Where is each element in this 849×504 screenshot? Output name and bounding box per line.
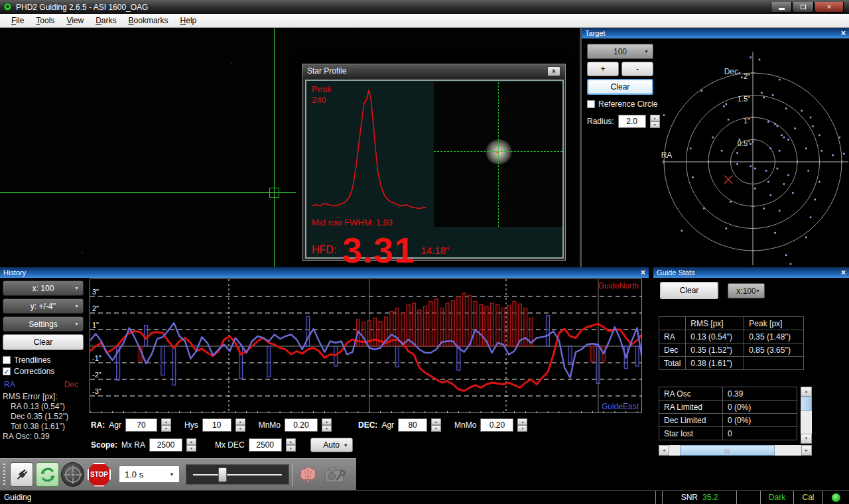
history-settings-dropdown[interactable]: Settings ▼ xyxy=(3,316,84,332)
ra-minmove-spinner[interactable]: ▲▼ xyxy=(322,418,332,432)
window-controls: × xyxy=(770,2,844,13)
star-profile-titlebar[interactable]: Star Profile × xyxy=(302,64,565,78)
target-zoom-value: 100 xyxy=(614,47,627,56)
ra-hysteresis-input[interactable] xyxy=(202,418,231,432)
guide-history-graph: 3"2"1"-1"-2"-3"GuideNorthGuideEast xyxy=(90,279,642,413)
radius-spinner[interactable]: ▲▼ xyxy=(650,115,660,128)
ra-section-label: RA: xyxy=(91,420,105,430)
radius-input[interactable] xyxy=(618,115,646,128)
svg-text:-1": -1" xyxy=(92,354,101,362)
corrections-label: Corrections xyxy=(14,367,54,376)
ra-aggression-spinner[interactable]: ▲▼ xyxy=(161,418,171,432)
chevron-down-icon: ▼ xyxy=(344,443,348,448)
max-dec-spinner[interactable]: ▲▼ xyxy=(286,438,296,452)
history-clear-button[interactable]: Clear xyxy=(3,334,84,350)
dec-minmove-input[interactable] xyxy=(480,418,513,432)
menu-view[interactable]: View xyxy=(60,15,90,27)
loop-exposures-button[interactable] xyxy=(36,462,59,487)
exposure-duration-dropdown[interactable]: 1.0 s ▼ xyxy=(119,466,180,483)
stats-scale-dropdown[interactable]: x:100 ▼ xyxy=(728,283,765,298)
minimize-button[interactable] xyxy=(771,2,792,13)
ra-hysteresis-spinner[interactable]: ▲▼ xyxy=(235,418,245,432)
star-profile-close-button[interactable]: × xyxy=(547,66,560,76)
scrollbar-thumb[interactable]: ||| xyxy=(680,445,775,456)
stop-button[interactable]: STOP xyxy=(88,462,111,487)
target-zoom-out-button[interactable]: - xyxy=(621,62,653,76)
brain-icon xyxy=(298,465,318,485)
stats-clear-button[interactable]: Clear xyxy=(660,282,718,299)
toolbar-grip-handle[interactable] xyxy=(3,464,5,486)
stats-vertical-scrollbar[interactable]: ▲ ▼ xyxy=(801,387,812,444)
dec-legend-label[interactable]: Dec xyxy=(64,380,78,389)
dec-minmove-spinner[interactable]: ▲▼ xyxy=(517,418,527,432)
close-icon: × xyxy=(827,3,831,11)
svg-text:1.5": 1.5" xyxy=(738,95,750,103)
reference-circle-row: Reference Circle xyxy=(587,99,657,109)
max-dec-input[interactable] xyxy=(249,438,282,452)
corrections-checkbox[interactable]: ✓ xyxy=(3,367,11,375)
rms-total-value: Tot 0.38 (1.61'') xyxy=(3,422,86,432)
faint-star xyxy=(82,252,83,253)
rms-peak-table: RMS [px] Peak [px] RA 0.13 (0.54'') 0.35… xyxy=(659,316,804,370)
toolbar-inner: STOP 1.0 s ▼ xyxy=(0,458,356,490)
dec-aggression-input[interactable] xyxy=(398,418,427,432)
hfd-readout: HFD: 3.31 14.18" xyxy=(312,229,449,271)
camera-settings-button[interactable] xyxy=(323,465,346,485)
guide-button[interactable] xyxy=(61,462,84,487)
target-zoom-dropdown[interactable]: 100 ▼ xyxy=(587,44,653,59)
spin-down-icon[interactable]: ▼ xyxy=(650,121,660,128)
ra-legend-label[interactable]: RA xyxy=(4,380,15,389)
scrollbar-thumb[interactable] xyxy=(801,397,812,411)
connect-equipment-button[interactable] xyxy=(10,462,33,487)
history-yscale-dropdown[interactable]: y: +/-4'' ▼ xyxy=(3,298,84,314)
stats-header-blank xyxy=(659,317,686,330)
list-item: Dec Limited 0 (0%) xyxy=(659,414,797,427)
phd2-app-icon xyxy=(3,3,12,11)
dec-aggression-label: Agr xyxy=(381,420,394,430)
hfd-value: 3.31 xyxy=(342,229,415,271)
restore-button[interactable] xyxy=(793,2,814,13)
close-icon: × xyxy=(552,68,556,75)
dec-aggression-spinner[interactable]: ▲▼ xyxy=(431,418,441,432)
reference-circle-label: Reference Circle xyxy=(598,99,657,109)
star-centroid-marker: + xyxy=(495,148,499,156)
target-panel: Target × 0.5"1"1.5"2"DecRA 100 ▼ + - Cle… xyxy=(582,28,849,267)
spin-up-icon[interactable]: ▲ xyxy=(650,115,660,121)
ra-aggression-input[interactable] xyxy=(125,418,157,432)
dec-section-label: DEC: xyxy=(358,420,377,430)
scroll-up-icon[interactable]: ▲ xyxy=(801,387,812,397)
history-close-icon[interactable]: × xyxy=(641,269,645,276)
advanced-settings-button[interactable] xyxy=(298,465,318,485)
trendlines-checkbox[interactable] xyxy=(3,356,11,364)
dec-guide-mode-dropdown[interactable]: Auto ▼ xyxy=(310,438,353,452)
menubar: File Tools View Darks Bookmarks Help xyxy=(0,14,849,28)
close-button[interactable]: × xyxy=(815,2,844,13)
status-spacer xyxy=(736,491,760,504)
stats-horizontal-scrollbar[interactable]: ◄ ||| ► xyxy=(659,445,812,456)
target-body: 0.5"1"1.5"2"DecRA 100 ▼ + - Clear Refere… xyxy=(582,38,849,267)
hfd-label: HFD: xyxy=(312,244,336,256)
menu-help[interactable]: Help xyxy=(174,15,203,27)
slider-thumb[interactable] xyxy=(218,468,227,482)
scroll-right-icon[interactable]: ► xyxy=(801,445,812,456)
stretch-slider[interactable] xyxy=(186,464,289,485)
scroll-down-icon[interactable]: ▼ xyxy=(801,434,812,444)
menu-bookmarks[interactable]: Bookmarks xyxy=(123,15,174,27)
ra-minmove-input[interactable] xyxy=(285,418,318,432)
target-clear-button[interactable]: Clear xyxy=(587,79,653,95)
max-ra-input[interactable] xyxy=(149,438,182,452)
target-zoom-in-button[interactable]: + xyxy=(587,62,619,76)
max-ra-spinner[interactable]: ▲▼ xyxy=(186,438,196,452)
target-close-icon[interactable]: × xyxy=(841,30,846,36)
history-xscale-dropdown[interactable]: x: 100 ▼ xyxy=(3,281,84,296)
scroll-left-icon[interactable]: ◄ xyxy=(659,445,669,456)
menu-file[interactable]: File xyxy=(5,15,30,27)
scrollbar-track[interactable]: ||| xyxy=(669,445,801,456)
guide-stats-panel: Guide Stats × Clear x:100 ▼ RMS [px] Pea… xyxy=(653,267,849,458)
reference-circle-checkbox[interactable] xyxy=(587,100,595,108)
status-led-icon xyxy=(832,493,840,502)
menu-tools[interactable]: Tools xyxy=(30,15,60,27)
menu-darks[interactable]: Darks xyxy=(90,15,122,27)
ra-hysteresis-label: Hys xyxy=(184,420,198,430)
guide-stats-close-icon[interactable]: × xyxy=(841,269,846,276)
